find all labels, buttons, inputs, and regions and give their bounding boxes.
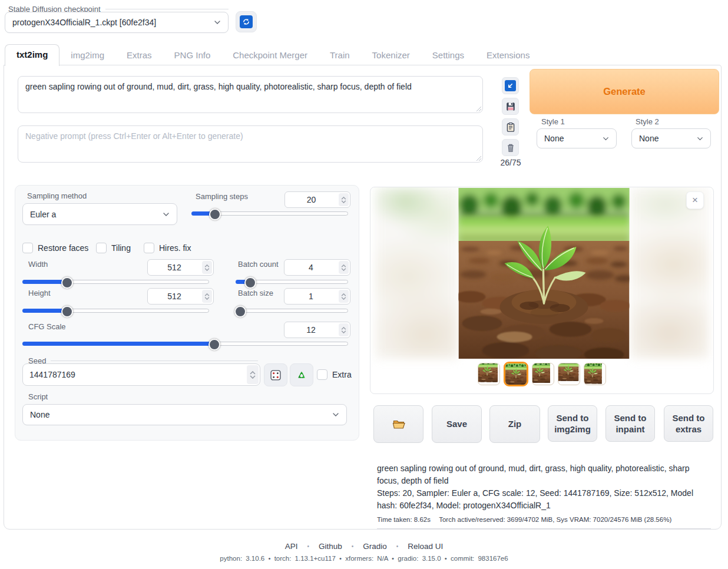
hires-fix-checkbox[interactable]: Hires. fix [144,243,191,253]
slider-knob[interactable] [61,277,73,289]
slider-knob[interactable] [234,306,246,317]
tab-bar: txt2img img2img Extras PNG Info Checkpoi… [5,45,541,65]
folder-icon [392,417,406,431]
batch-size-input[interactable]: 1 [284,288,350,305]
vram-stats: Torch active/reserved: 3699/4702 MiB, Sy… [439,516,671,523]
cfg-scale-slider[interactable] [22,338,348,348]
generated-image[interactable] [458,188,630,359]
zip-button[interactable]: Zip [489,405,540,443]
sampling-method-select[interactable]: Euler a [22,203,177,225]
spinner-icon[interactable] [202,261,212,274]
refresh-checkpoint-button[interactable] [236,11,257,32]
width-slider[interactable] [22,276,209,286]
height-slider[interactable] [22,305,209,315]
height-label: Height [28,289,51,297]
batch-count-label: Batch count [238,260,279,269]
tab-train[interactable]: Train [319,45,361,65]
style2-label: Style 2 [636,117,659,126]
generation-info-params: Steps: 20, Sampler: Euler a, CFG scale: … [377,487,711,512]
sampling-steps-input[interactable]: 20 [284,191,350,208]
checkbox-icon[interactable] [144,243,154,253]
random-seed-button[interactable] [264,363,287,386]
tiling-checkbox[interactable]: Tiling [96,243,131,253]
save-style-button[interactable] [502,98,519,115]
send-to-img2img-button[interactable]: Send to img2img [548,405,597,442]
prompt-box: green sapling rowing out of ground, mud,… [18,76,483,113]
generate-button[interactable]: Generate [530,69,719,114]
read-params-button[interactable] [502,77,519,94]
negative-prompt-box [18,125,483,163]
cfg-scale-input[interactable]: 12 [284,322,350,338]
generation-info: green sapling rowing out of ground, mud,… [377,462,711,529]
seed-input[interactable]: 1441787169 [22,363,260,386]
recycle-icon [296,369,307,381]
spinner-icon[interactable] [339,290,349,303]
apply-style-button[interactable] [502,118,519,135]
checkbox-icon[interactable] [22,243,33,253]
gallery-thumbnail[interactable] [504,362,528,386]
style1-label: Style 1 [541,117,565,126]
performance-stats: Time taken: 8.62s Torch active/reserved:… [377,516,711,523]
script-select[interactable]: None [22,404,347,425]
gallery-thumbnail[interactable] [558,363,580,385]
style2-select[interactable]: None [631,128,711,148]
footer-link-api[interactable]: API [285,542,298,551]
sampling-method-label: Sampling method [27,191,87,200]
negative-prompt-input[interactable] [18,125,483,163]
width-input[interactable]: 512 [147,259,214,276]
batch-count-input[interactable]: 4 [284,259,350,276]
save-button[interactable]: Save [432,405,482,443]
slider-knob[interactable] [209,339,220,350]
footer-link-github[interactable]: Github [319,542,342,551]
send-to-inpaint-button[interactable]: Send to inpaint [605,405,655,442]
open-folder-button[interactable] [373,405,423,443]
slider-knob[interactable] [61,306,73,317]
spinner-icon[interactable] [202,290,212,303]
tab-tokenizer[interactable]: Tokenizer [361,45,421,65]
clear-prompt-button[interactable] [502,139,519,156]
tab-txt2img[interactable]: txt2img [5,44,59,66]
sampling-steps-slider[interactable] [191,208,348,218]
footer-links: API • Github • Gradio • Reload UI [0,542,728,551]
style1-select[interactable]: None [537,128,617,148]
version-info: python: 3.10.6 • torch: 1.13.1+cu117 • x… [0,555,728,562]
spinner-icon[interactable] [339,323,349,336]
gallery-panel: × [370,187,714,394]
reuse-seed-button[interactable] [290,363,313,386]
bullet-separator: • [396,543,399,550]
tab-settings[interactable]: Settings [421,45,475,65]
extra-seed-checkbox[interactable]: Extra [317,369,352,380]
spinner-icon[interactable] [339,261,349,274]
spinner-icon[interactable] [247,365,259,384]
tab-png-info[interactable]: PNG Info [163,45,222,65]
chevron-down-icon [161,210,171,219]
spinner-icon[interactable] [339,193,349,206]
token-counter: 26/75 [499,158,522,167]
slider-knob[interactable] [244,277,256,289]
prompt-input[interactable]: green sapling rowing out of ground, mud,… [18,76,483,113]
gallery-thumbnail[interactable] [478,363,500,385]
tab-checkpoint-merger[interactable]: Checkpoint Merger [221,45,319,65]
tab-extras[interactable]: Extras [115,45,163,65]
footer-link-reload-ui[interactable]: Reload UI [408,542,443,551]
dice-icon [270,369,282,381]
floppy-disk-icon [505,101,516,112]
checkbox-icon[interactable] [317,369,327,380]
tab-img2img[interactable]: img2img [59,45,115,65]
cfg-scale-label: CFG Scale [28,322,66,331]
checkbox-icon[interactable] [96,243,107,253]
generation-info-prompt: green sapling rowing out of ground, mud,… [377,462,711,487]
restore-faces-checkbox[interactable]: Restore faces [22,243,88,253]
slider-knob[interactable] [209,209,221,220]
close-icon: × [692,194,698,206]
tab-extensions[interactable]: Extensions [475,45,541,65]
batch-size-slider[interactable] [236,305,348,315]
footer-link-gradio[interactable]: Gradio [363,542,387,551]
gallery-thumbnail[interactable] [532,363,554,385]
height-input[interactable]: 512 [147,288,214,305]
batch-count-slider[interactable] [236,276,348,286]
checkpoint-dropdown[interactable]: protogenX34OfficialR_1.ckpt [60fe2f34] [5,12,229,33]
close-gallery-button[interactable]: × [686,191,704,209]
gallery-thumbnail[interactable] [584,363,606,385]
send-to-extras-button[interactable]: Send to extras [664,405,713,442]
